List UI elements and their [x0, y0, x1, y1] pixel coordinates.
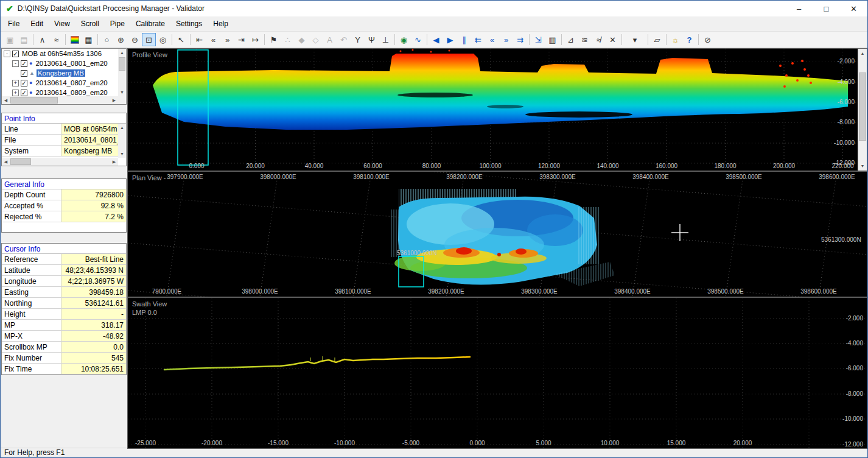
- play-reverse-button[interactable]: ◀: [429, 33, 443, 46]
- scrollbar-thumb[interactable]: [119, 57, 125, 71]
- close-button[interactable]: ✕: [840, 1, 867, 16]
- step-profile-button[interactable]: ↦: [248, 33, 262, 46]
- profile-view[interactable]: Profile View ▲ ▼ 0.00020.00040.00060.000…: [127, 48, 867, 171]
- point-info-vertical-scrollbar[interactable]: ▲ ▼: [118, 124, 126, 158]
- zoom-all-button[interactable]: ◎: [156, 33, 170, 46]
- tree-expand-toggle[interactable]: -: [12, 60, 19, 67]
- scroll-right-button[interactable]: ▶: [110, 96, 118, 104]
- scroll-up-button[interactable]: ▲: [118, 124, 126, 132]
- tree-checkbox[interactable]: ✓: [21, 90, 27, 96]
- goto-fix-button[interactable]: ⇲: [531, 33, 545, 46]
- tree-item[interactable]: +✓●20130614_0809_em20: [2, 88, 118, 96]
- last-swath-button[interactable]: ⇉: [513, 33, 527, 46]
- tree-item-label[interactable]: Kongsberg MB: [37, 69, 85, 77]
- colormap-button[interactable]: [68, 33, 82, 46]
- swath-view[interactable]: Swath View LMP 0.0 -25.000-20.000-15.000…: [127, 297, 867, 449]
- tree-checkbox[interactable]: ✓: [12, 51, 19, 57]
- restore-edits-button[interactable]: ↶: [337, 33, 351, 46]
- save-button[interactable]: ▤: [17, 33, 31, 46]
- menu-view[interactable]: View: [49, 18, 75, 30]
- zoom-out-button[interactable]: ⊖: [128, 33, 142, 46]
- tree-checkbox[interactable]: ✓: [21, 80, 27, 86]
- scroll-left-button[interactable]: ◀: [2, 158, 10, 166]
- scroll-up-button[interactable]: ▲: [858, 49, 867, 58]
- accept-block-button[interactable]: ◆: [295, 33, 309, 46]
- tree-item[interactable]: -✓●20130614_0801_em20: [2, 58, 118, 68]
- tree-expand-toggle[interactable]: +: [12, 80, 19, 86]
- crosscheck-button[interactable]: ✕: [606, 33, 620, 46]
- scroll-right-button[interactable]: ▶: [110, 158, 118, 166]
- menu-settings[interactable]: Settings: [170, 18, 208, 30]
- spike-filter-button[interactable]: ∴: [281, 33, 295, 46]
- menu-file[interactable]: File: [2, 18, 25, 30]
- flag-tool-button[interactable]: ⚑: [267, 33, 281, 46]
- despike-button[interactable]: ≉: [592, 33, 606, 46]
- menu-edit[interactable]: Edit: [25, 18, 49, 30]
- axis-tick-label: -8.000: [838, 119, 855, 125]
- zoom-window-button[interactable]: ⊡: [142, 33, 156, 46]
- zoom-in-button[interactable]: ⊕: [114, 33, 128, 46]
- context-help-button[interactable]: ?: [682, 33, 696, 46]
- display-options-dropdown-button[interactable]: ▾: [624, 33, 646, 46]
- last-profile-button[interactable]: ⇥: [234, 33, 248, 46]
- tree-item-label[interactable]: 20130614_0807_em20: [34, 79, 108, 86]
- multibeam-tool-button[interactable]: Ψ: [365, 33, 379, 46]
- point-info-horizontal-scrollbar[interactable]: ◀ ▶: [2, 158, 118, 166]
- scrollbar-thumb[interactable]: [10, 158, 31, 165]
- fix-list-button[interactable]: ▥: [545, 33, 559, 46]
- profile-scrollbar[interactable]: ▲ ▼: [858, 49, 867, 171]
- menu-pipe[interactable]: Pipe: [105, 18, 130, 30]
- plan-view[interactable]: Plan View - 5361000.000N 5361300.000N 39…: [127, 171, 867, 297]
- first-profile-button[interactable]: ⇤: [192, 33, 206, 46]
- sphere-view-button[interactable]: ◉: [397, 33, 411, 46]
- menu-calibrate[interactable]: Calibrate: [130, 18, 170, 30]
- signal-view-button[interactable]: ∿: [411, 33, 425, 46]
- tree-horizontal-scrollbar[interactable]: ◀ ▶: [2, 96, 118, 104]
- scroll-left-button[interactable]: ◀: [2, 96, 10, 104]
- drop-pin-button[interactable]: ⊥: [379, 33, 393, 46]
- pause-button[interactable]: ∥: [457, 33, 471, 46]
- tree-item[interactable]: ✓▲Kongsberg MB: [2, 68, 118, 78]
- capture-button[interactable]: ▣: [3, 33, 17, 46]
- profile-tool-button[interactable]: ∧: [35, 33, 49, 46]
- scrollbar-thumb[interactable]: [859, 72, 866, 141]
- scroll-down-button[interactable]: ▼: [118, 88, 126, 96]
- scroll-up-button[interactable]: ▲: [118, 49, 126, 57]
- scroll-down-button[interactable]: ▼: [858, 161, 867, 171]
- next-profile-button[interactable]: »: [220, 33, 234, 46]
- minimize-button[interactable]: –: [785, 1, 813, 16]
- tree-vertical-scrollbar[interactable]: ▲ ▼: [118, 49, 126, 96]
- smoothing-button[interactable]: ≋: [578, 33, 592, 46]
- shade-tool-button[interactable]: ≈: [49, 33, 63, 46]
- scrollbar-thumb[interactable]: [10, 97, 58, 104]
- zoom-normal-button[interactable]: ○: [100, 33, 114, 46]
- tree-checkbox[interactable]: ✓: [21, 70, 27, 77]
- tree-item-label[interactable]: 20130614_0801_em20: [34, 60, 108, 67]
- menu-help[interactable]: Help: [208, 18, 234, 30]
- tree-item-label[interactable]: 20130614_0809_em20: [34, 89, 108, 96]
- tree-expand-toggle[interactable]: -: [4, 51, 10, 57]
- filter-options-button[interactable]: ⊿: [564, 33, 578, 46]
- tree-expand-toggle[interactable]: +: [12, 90, 19, 96]
- first-swath-button[interactable]: ⇇: [471, 33, 485, 46]
- tree-item[interactable]: -✓MOB at 06h54m35s 1306: [2, 49, 118, 58]
- tree-item-label[interactable]: MOB at 06h54m35s 1306: [21, 50, 103, 57]
- prev-swath-button[interactable]: «: [485, 33, 499, 46]
- play-forward-button[interactable]: ▶: [443, 33, 457, 46]
- scroll-down-button[interactable]: ▼: [118, 150, 126, 158]
- maximize-button[interactable]: □: [813, 1, 840, 16]
- annotate-button[interactable]: A: [323, 33, 337, 46]
- reject-block-button[interactable]: ◇: [309, 33, 323, 46]
- clean-tool-button[interactable]: ⊘: [701, 33, 715, 46]
- tip-button[interactable]: ☼: [668, 33, 682, 46]
- data-table-button[interactable]: ▦: [82, 33, 96, 46]
- project-tree[interactable]: -✓MOB at 06h54m35s 1306-✓●20130614_0801_…: [1, 48, 127, 105]
- split-tool-button[interactable]: Y: [351, 33, 365, 46]
- pick-tool-button[interactable]: ↖: [174, 33, 188, 46]
- erase-tool-button[interactable]: ▱: [650, 33, 664, 46]
- menu-scroll[interactable]: Scroll: [75, 18, 105, 30]
- tree-checkbox[interactable]: ✓: [21, 60, 27, 67]
- tree-item[interactable]: +✓●20130614_0807_em20: [2, 78, 118, 88]
- next-swath-button[interactable]: »: [499, 33, 513, 46]
- prev-profile-button[interactable]: «: [206, 33, 220, 46]
